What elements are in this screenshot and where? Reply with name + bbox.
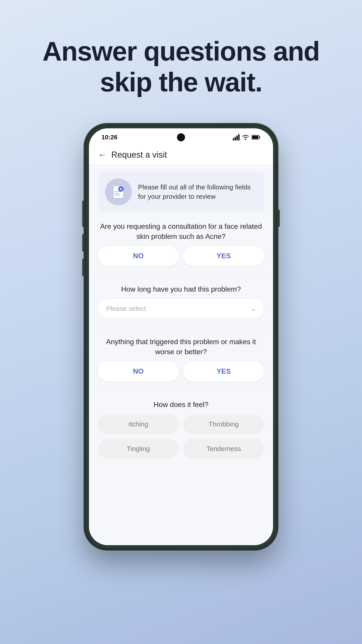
q3-no-button[interactable]: NO	[98, 361, 179, 382]
page-title: Answer questions andskip the wait.	[16, 0, 346, 116]
svg-rect-14	[121, 188, 121, 190]
phone-frame: 10:26	[85, 124, 277, 549]
svg-rect-11	[115, 195, 120, 196]
duration-dropdown[interactable]: Please select ⌄	[98, 298, 264, 319]
app-header: ← Request a visit	[89, 143, 273, 164]
status-icons	[233, 134, 261, 140]
svg-rect-2	[236, 136, 238, 140]
info-banner: Please fill out all of the following fie…	[98, 171, 264, 212]
feel-option-tingling[interactable]: Tingling	[98, 439, 179, 459]
chevron-down-icon: ⌄	[251, 305, 256, 312]
medical-doc-icon	[111, 184, 126, 200]
status-bar: 10:26	[89, 128, 273, 143]
svg-rect-7	[252, 136, 258, 139]
divider-3	[96, 390, 266, 391]
phone-screen: 10:26	[89, 128, 273, 545]
status-time: 10:26	[101, 134, 117, 141]
q3-text: Anything that triggered this problem or …	[98, 337, 264, 357]
feel-option-throbbing[interactable]: Throbbing	[183, 414, 264, 434]
wifi-icon	[242, 134, 249, 140]
svg-rect-6	[259, 136, 260, 138]
q1-section: Are you requesting a consultation for a …	[98, 222, 264, 266]
q3-yes-button[interactable]: YES	[183, 361, 264, 382]
volume-down-button	[82, 234, 85, 252]
q1-text: Are you requesting a consultation for a …	[98, 222, 264, 242]
phone-mockup: 10:26	[85, 124, 277, 549]
dropdown-placeholder: Please select	[106, 305, 146, 312]
q1-yes-button[interactable]: YES	[183, 246, 264, 266]
q1-no-button[interactable]: NO	[98, 246, 179, 266]
signal-icon	[233, 134, 240, 140]
header-title: Request a visit	[111, 150, 167, 160]
svg-rect-3	[238, 134, 240, 140]
q2-text: How long have you had this problem?	[98, 284, 264, 294]
q4-text: How does it feel?	[98, 400, 264, 410]
svg-point-4	[245, 139, 246, 140]
mute-button	[82, 258, 85, 276]
volume-up-button	[82, 200, 85, 227]
battery-icon	[252, 135, 261, 140]
svg-rect-0	[233, 138, 234, 140]
q3-yesno-row: NO YES	[98, 361, 264, 382]
info-banner-text: Please fill out all of the following fie…	[138, 182, 257, 201]
feel-options-grid: Itching Throbbing Tingling Tenderness	[98, 414, 264, 459]
camera-pill	[177, 133, 185, 141]
q3-section: Anything that triggered this problem or …	[98, 337, 264, 382]
divider-1	[96, 275, 266, 275]
svg-rect-10	[115, 193, 120, 194]
power-button	[277, 209, 280, 227]
medical-doc-icon-wrap	[105, 178, 132, 205]
scroll-content[interactable]: Please fill out all of the following fie…	[89, 164, 273, 545]
feel-option-itching[interactable]: Itching	[98, 414, 179, 434]
back-button[interactable]: ←	[98, 150, 107, 160]
divider-2	[96, 328, 266, 328]
q4-section: How does it feel? Itching Throbbing Ting…	[98, 400, 264, 459]
q2-section: How long have you had this problem? Plea…	[98, 284, 264, 319]
svg-rect-1	[235, 137, 236, 140]
q1-yesno-row: NO YES	[98, 246, 264, 266]
feel-option-tenderness[interactable]: Tenderness	[183, 439, 264, 459]
